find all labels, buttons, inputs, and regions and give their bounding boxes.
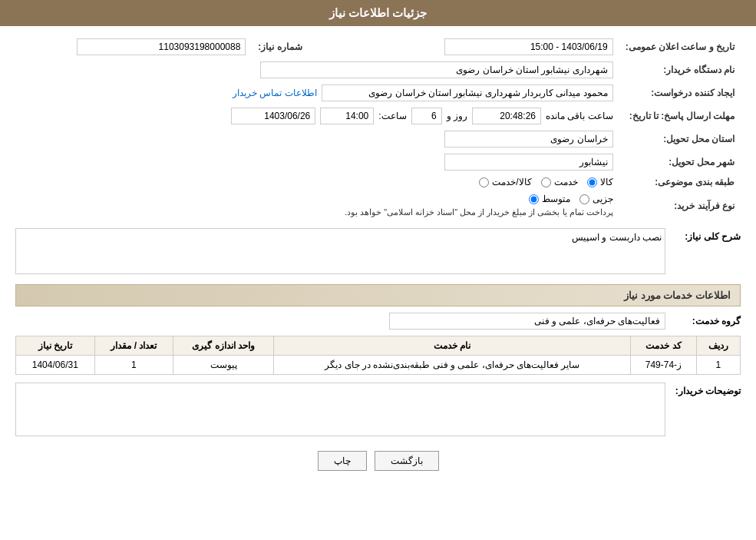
category-service-label: خدمت <box>554 177 578 187</box>
col-row-num: ردیف <box>696 336 740 356</box>
category-options: کالا خدمت کالا/خدمت <box>15 174 619 190</box>
announce-date-input[interactable] <box>444 38 613 55</box>
category-label: طبقه بندی موضوعی: <box>619 174 741 190</box>
buyer-org-value <box>15 58 619 81</box>
city-label: شهر محل تحویل: <box>619 151 741 174</box>
page-title: جزئیات اطلاعات نیاز <box>329 6 427 19</box>
group-service-row: گروه خدمت: <box>15 313 741 330</box>
col-service-name: نام خدمت <box>274 336 631 356</box>
services-table: ردیف کد خدمت نام خدمت واحد اندازه گیری ت… <box>15 336 741 375</box>
table-row: طبقه بندی موضوعی: کالا خدمت کالا/خ <box>15 174 741 190</box>
table-row: استان محل تحویل: <box>15 128 741 151</box>
announce-label: تاریخ و ساعت اعلان عمومی: <box>619 35 741 58</box>
deadline-date-input[interactable] <box>231 108 315 124</box>
time-label: ساعت: <box>378 111 406 121</box>
buyer-org-label: نام دستگاه خریدار: <box>619 58 741 81</box>
description-label: شرح کلی نیاز: <box>672 228 741 242</box>
purchase-jozi-radio[interactable] <box>579 194 589 204</box>
description-textarea[interactable]: نصب داربست و اسپیس <box>15 228 665 274</box>
table-header-row: ردیف کد خدمت نام خدمت واحد اندازه گیری ت… <box>16 336 741 356</box>
creator-label: ایجاد کننده درخواست: <box>619 81 741 104</box>
need-number-value <box>15 35 252 58</box>
city-value <box>15 151 619 174</box>
table-row: نوع فرآیند خرید: جزیی متوسط <box>15 190 741 220</box>
province-value <box>15 128 619 151</box>
table-row: شهر محل تحویل: <box>15 151 741 174</box>
cell-unit: پیوست <box>173 356 274 375</box>
col-unit: واحد اندازه گیری <box>173 336 274 356</box>
deadline-label: مهلت ارسال پاسخ: تا تاریخ: <box>619 104 741 128</box>
services-section-header: اطلاعات خدمات مورد نیاز <box>15 284 741 306</box>
need-number-label: شماره نیاز: <box>252 35 352 58</box>
category-both-label: کالا/خدمت <box>492 177 531 187</box>
province-input[interactable] <box>444 131 613 147</box>
print-button[interactable]: چاپ <box>318 451 367 471</box>
category-both-item: کالا/خدمت <box>479 177 531 187</box>
buyer-notes-label: توضیحات خریدار: <box>672 386 741 396</box>
category-both-radio[interactable] <box>479 177 489 187</box>
purchase-type-note: پرداخت تمام یا بخشی از مبلغ خریدار از مح… <box>345 207 613 217</box>
cell-row-num: 1 <box>696 356 740 375</box>
main-content: تاریخ و ساعت اعلان عمومی: شماره نیاز: <box>0 35 756 494</box>
cell-quantity: 1 <box>94 356 173 375</box>
table-row: نام دستگاه خریدار: <box>15 58 741 81</box>
col-date: تاریخ نیاز <box>16 336 95 356</box>
col-service-code: کد خدمت <box>631 336 697 356</box>
cell-service-code: ز-74-749 <box>631 356 697 375</box>
buyer-notes-textarea[interactable] <box>15 383 665 436</box>
category-kala-label: کالا <box>600 177 613 187</box>
purchase-jozi-label: جزیی <box>593 194 613 204</box>
back-button[interactable]: بازگشت <box>375 451 439 471</box>
contact-link[interactable]: اطلاعات تماس خریدار <box>233 88 317 98</box>
remaining-label: ساعت باقی مانده <box>546 111 613 121</box>
table-row: ایجاد کننده درخواست: اطلاعات تماس خریدار <box>15 81 741 104</box>
province-label: استان محل تحویل: <box>619 128 741 151</box>
purchase-jozi-item: جزیی <box>579 194 613 204</box>
info-table: تاریخ و ساعت اعلان عمومی: شماره نیاز: <box>15 35 741 220</box>
category-kala-radio[interactable] <box>587 177 597 187</box>
days-input[interactable] <box>411 108 442 124</box>
notes-box-wrapper <box>15 383 665 439</box>
bottom-buttons: بازگشت چاپ <box>15 451 741 471</box>
purchase-motavasset-item: متوسط <box>529 194 570 204</box>
purchase-type-value: جزیی متوسط پرداخت تمام یا بخشی از مبلغ خ… <box>15 190 619 220</box>
announce-value <box>382 35 619 58</box>
table-row: تاریخ و ساعت اعلان عمومی: شماره نیاز: <box>15 35 741 58</box>
time-input[interactable] <box>320 108 374 124</box>
cell-date: 1404/06/31 <box>16 356 95 375</box>
group-value-input[interactable] <box>389 313 665 330</box>
col-quantity: تعداد / مقدار <box>94 336 173 356</box>
category-kala-item: کالا <box>587 177 613 187</box>
need-number-input[interactable] <box>77 38 246 55</box>
deadline-value: ساعت باقی مانده روز و ساعت: <box>15 104 619 128</box>
category-service-item: خدمت <box>541 177 578 187</box>
remaining-time-input[interactable] <box>472 108 541 124</box>
creator-input[interactable] <box>322 84 613 101</box>
table-row: 1 ز-74-749 سایر فعالیت‌های حرفه‌ای، علمی… <box>16 356 741 375</box>
category-service-radio[interactable] <box>541 177 551 187</box>
city-input[interactable] <box>444 154 613 171</box>
creator-value: اطلاعات تماس خریدار <box>15 81 619 104</box>
purchase-motavasset-radio[interactable] <box>529 194 539 204</box>
cell-service-name: سایر فعالیت‌های حرفه‌ای، علمی و فنی طبقه… <box>274 356 631 375</box>
days-label: روز و <box>447 111 467 121</box>
purchase-motavasset-label: متوسط <box>542 194 570 204</box>
buyer-notes-row: توضیحات خریدار: <box>15 383 741 439</box>
group-label: گروه خدمت: <box>672 316 741 326</box>
description-box-wrapper: نصب داربست و اسپیس <box>15 228 665 277</box>
page-header: جزئیات اطلاعات نیاز <box>0 0 756 26</box>
page-wrapper: جزئیات اطلاعات نیاز تاریخ و ساعت اعلان ع… <box>0 0 756 540</box>
purchase-type-label: نوع فرآیند خرید: <box>619 190 741 220</box>
buyer-org-input[interactable] <box>260 61 613 78</box>
table-row: مهلت ارسال پاسخ: تا تاریخ: ساعت باقی مان… <box>15 104 741 128</box>
